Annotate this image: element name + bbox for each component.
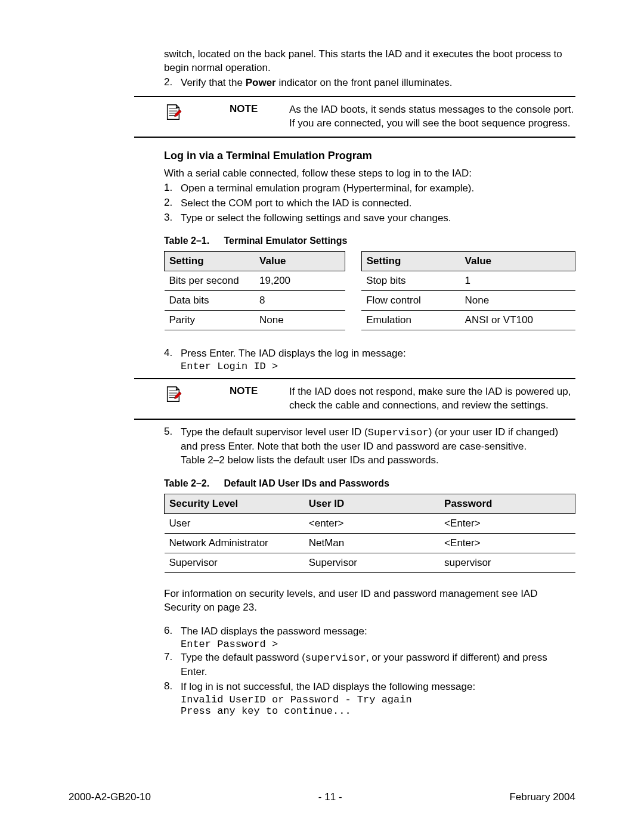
table-1: Setting Value Setting Value Bits per sec…	[164, 251, 575, 330]
text-fragment: Type the default password (	[181, 652, 305, 663]
divider	[134, 378, 575, 379]
note-row: NOTE As the IAD boots, it sends status m…	[134, 100, 575, 134]
step-number: 2.	[164, 76, 181, 90]
caption-title: Default IAD User IDs and Passwords	[224, 478, 389, 488]
cell: 19,200	[255, 271, 345, 291]
step-text: Type the default password (supervisor, o…	[181, 651, 575, 679]
cell: Bits per second	[165, 271, 255, 291]
step-text: Open a terminal emulation program (Hyper…	[181, 182, 575, 196]
code-inline: supervisor	[305, 652, 366, 664]
table-row: User <enter> <Enter>	[165, 514, 575, 534]
gap	[345, 252, 362, 271]
caption-title: Terminal Emulator Settings	[224, 236, 347, 246]
cell: Network Administrator	[165, 534, 304, 553]
step-text: Verify that the Power indicator on the f…	[181, 76, 575, 90]
cell: 8	[255, 291, 345, 311]
note-label: NOTE	[230, 385, 289, 397]
cell: Parity	[165, 311, 255, 330]
caption-number: Table 2–1.	[164, 236, 221, 246]
default-userids-table: Security Level User ID Password User <en…	[164, 494, 575, 573]
table-header-row: Security Level User ID Password	[165, 494, 575, 514]
col-header: Setting	[165, 252, 255, 271]
step-text: The IAD displays the password message:	[181, 625, 575, 639]
caption-number: Table 2–2.	[164, 478, 221, 489]
step-7: 7. Type the default password (supervisor…	[164, 651, 575, 679]
step-4: 4. Press Enter. The IAD displays the log…	[164, 347, 575, 361]
cell: None	[460, 291, 575, 311]
step-text: Press Enter. The IAD displays the log in…	[181, 347, 575, 361]
cell: Stop bits	[361, 271, 460, 291]
cell: ANSI or VT100	[460, 311, 575, 330]
step-number: 4.	[164, 347, 181, 361]
page: switch, located on the back panel. This …	[0, 0, 644, 833]
cell: NetMan	[304, 534, 439, 553]
col-header: Setting	[361, 252, 460, 271]
cell: <Enter>	[439, 514, 575, 534]
list-item: 1. Open a terminal emulation program (Hy…	[164, 182, 575, 196]
divider	[134, 96, 575, 97]
cell: Data bits	[165, 291, 255, 311]
code-login-prompt: Enter Login ID >	[181, 361, 575, 372]
cell: User	[165, 514, 304, 534]
table-2-caption: Table 2–2. Default IAD User IDs and Pass…	[164, 478, 575, 489]
step-text: Type or select the following settings an…	[181, 212, 575, 225]
text-fragment: indicator on the front panel illuminates…	[276, 77, 453, 88]
main-content: switch, located on the back panel. This …	[164, 48, 575, 717]
code-password-prompt: Enter Password >	[181, 639, 575, 650]
post-table-paragraph: For information on security levels, and …	[164, 587, 575, 615]
cell: 1	[460, 271, 575, 291]
table-row: Bits per second 19,200 Stop bits 1	[165, 271, 575, 291]
section-heading: Log in via a Terminal Emulation Program	[164, 150, 575, 162]
step-number: 5.	[164, 426, 181, 467]
step-8: 8. If log in is not successful, the IAD …	[164, 680, 575, 694]
intro-switch-text: switch, located on the back panel. This …	[164, 48, 575, 75]
cell: Supervisor	[165, 553, 304, 573]
text-fragment: Type the default supervisor level user I…	[181, 426, 368, 438]
code-invalid-1: Invalid UserID or Password - Try again	[181, 694, 575, 705]
col-header: Security Level	[165, 494, 304, 514]
note-label: NOTE	[230, 103, 289, 115]
col-header: Value	[255, 252, 345, 271]
table-row: Network Administrator NetMan <Enter>	[165, 534, 575, 553]
step-number: 6.	[164, 625, 181, 639]
step-6: 6. The IAD displays the password message…	[164, 625, 575, 639]
table-row: Parity None Emulation ANSI or VT100	[165, 311, 575, 330]
list-item: 3. Type or select the following settings…	[164, 212, 575, 225]
terminal-emulator-settings-table: Setting Value Setting Value Bits per sec…	[164, 251, 575, 330]
table-1-caption: Table 2–1. Terminal Emulator Settings	[164, 236, 575, 246]
table-header-row: Setting Value Setting Value	[165, 252, 575, 271]
list-item: 2. Select the COM port to which the IAD …	[164, 197, 575, 210]
col-header: User ID	[304, 494, 439, 514]
intro-step-2: 2. Verify that the Power indicator on th…	[164, 76, 575, 90]
note-text: If the IAD does not respond, make sure t…	[289, 385, 575, 413]
note-icon-col	[134, 385, 230, 403]
step-text: Type the default supervisor level user I…	[181, 426, 575, 467]
col-header: Password	[439, 494, 575, 514]
note-row: NOTE If the IAD does not respond, make s…	[134, 382, 575, 416]
step-text: Select the COM port to which the IAD is …	[181, 197, 575, 210]
section-intro: With a serial cable connected, follow th…	[164, 167, 575, 181]
footer-date: February 2004	[509, 791, 575, 803]
code-invalid-2: Press any key to continue...	[181, 705, 575, 717]
table-2: Security Level User ID Password User <en…	[164, 494, 575, 573]
step-number: 7.	[164, 651, 181, 679]
cell: <enter>	[304, 514, 439, 534]
footer-doc-number: 2000-A2-GB20-10	[69, 791, 151, 803]
note-text: As the IAD boots, it sends status messag…	[289, 103, 575, 131]
note-icon	[164, 103, 182, 121]
cell: Emulation	[361, 311, 460, 330]
divider	[134, 137, 575, 138]
step-number: 3.	[164, 212, 181, 225]
note-icon	[164, 385, 182, 403]
step-number: 2.	[164, 197, 181, 210]
table-row: Data bits 8 Flow control None	[165, 291, 575, 311]
note-block-1: NOTE As the IAD boots, it sends status m…	[134, 96, 575, 138]
cell: supervisor	[439, 553, 575, 573]
cell: <Enter>	[439, 534, 575, 553]
text-fragment: Table 2–2 below lists the default user I…	[181, 454, 439, 466]
cell: Flow control	[361, 291, 460, 311]
col-header: Value	[460, 252, 575, 271]
cell: Supervisor	[304, 553, 439, 573]
step-number: 1.	[164, 182, 181, 196]
text-fragment: Verify that the	[181, 77, 246, 88]
